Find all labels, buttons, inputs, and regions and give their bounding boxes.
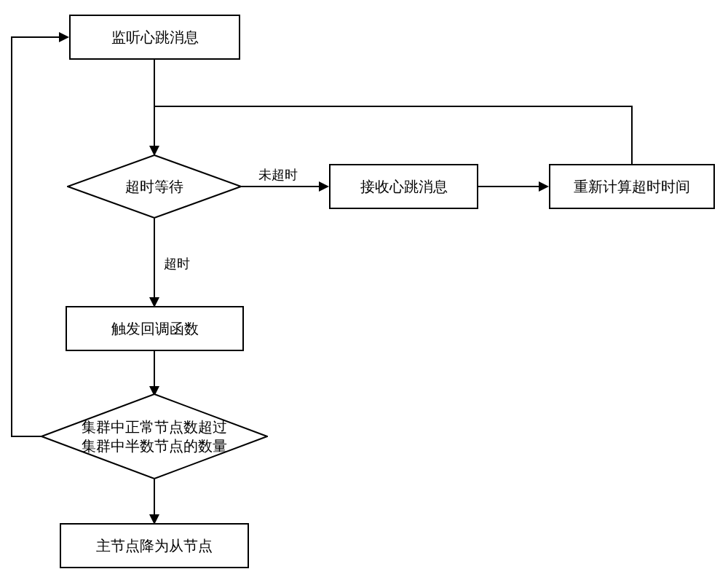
label-timeout: 超时 [164, 255, 190, 272]
node-timeout-wait: 超时等待 [67, 154, 242, 219]
edge-majority-left [11, 436, 41, 437]
node-receive-label: 接收心跳消息 [360, 177, 448, 196]
node-listen: 监听心跳消息 [69, 15, 240, 60]
node-receive: 接收心跳消息 [329, 164, 478, 209]
node-recalc: 重新计算超时时间 [549, 164, 715, 209]
node-timeout-wait-label: 超时等待 [125, 177, 183, 196]
edge-majority-right [11, 36, 60, 38]
arrow-majority-to-listen [59, 32, 69, 42]
edge-recalc-up [631, 106, 633, 164]
node-recalc-label: 重新计算超时时间 [574, 177, 690, 196]
node-callback: 触发回调函数 [66, 306, 244, 351]
label-not-timeout: 未超时 [258, 166, 298, 184]
node-demote-label: 主节点降为从节点 [96, 536, 213, 555]
arrow-wait-to-receive [319, 181, 329, 192]
node-majority-label: 集群中正常节点数超过 集群中半数节点的数量 [82, 417, 227, 455]
edge-listen-to-wait [154, 60, 155, 147]
arrow-receive-to-recalc [539, 181, 549, 192]
edge-wait-to-callback [154, 219, 155, 299]
edge-majority-up [11, 36, 12, 437]
node-majority: 集群中正常节点数超过 集群中半数节点的数量 [41, 393, 268, 479]
edge-callback-to-majority [154, 351, 155, 388]
edge-recalc-left [154, 106, 633, 107]
node-callback-label: 触发回调函数 [111, 319, 199, 338]
edge-majority-to-demote [154, 479, 155, 516]
edge-wait-to-receive [242, 186, 320, 187]
node-demote: 主节点降为从节点 [60, 523, 249, 568]
edge-receive-to-recalc [478, 186, 540, 187]
node-listen-label: 监听心跳消息 [111, 28, 199, 47]
